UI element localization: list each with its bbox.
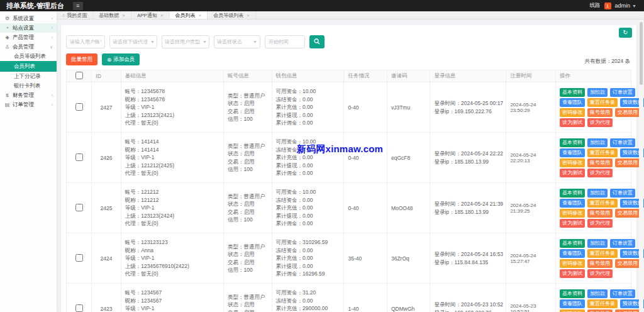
start-time-input[interactable] bbox=[265, 35, 305, 48]
select-all-checkbox[interactable] bbox=[75, 72, 83, 79]
account-search-input[interactable] bbox=[66, 35, 105, 48]
row-action-button-加扣款[interactable]: 加扣款 bbox=[587, 138, 608, 147]
row-action-button-密码修改[interactable]: 密码修改 bbox=[560, 209, 585, 218]
row-action-button-设为代理[interactable]: 设为代理 bbox=[587, 219, 613, 228]
row-action-button-设为测试[interactable]: 设为测试 bbox=[560, 269, 585, 278]
row-action-button-交易禁用[interactable]: 交易禁用 bbox=[615, 259, 640, 268]
row-action-button-设为代理[interactable]: 设为代理 bbox=[587, 118, 613, 127]
row-action-button-账号禁用[interactable]: 账号禁用 bbox=[587, 259, 613, 268]
cell-task-status: 1-40 bbox=[344, 284, 387, 312]
row-action-button-基本资料[interactable]: 基本资料 bbox=[560, 289, 585, 298]
row-action-button-查看团队[interactable]: 查看团队 bbox=[560, 249, 585, 258]
row-action-button-设为测试[interactable]: 设为测试 bbox=[560, 169, 585, 177]
row-action-button-账号禁用[interactable]: 账号禁用 bbox=[587, 309, 613, 312]
tab-APP通知[interactable]: APP通知× bbox=[131, 11, 170, 19]
row-action-button-基本资料[interactable]: 基本资料 bbox=[560, 138, 585, 147]
row-action-button-加扣款[interactable]: 加扣款 bbox=[587, 289, 608, 298]
row-action-button-基本资料[interactable]: 基本资料 bbox=[560, 189, 585, 198]
cell-line: 累计佣金：0.00 bbox=[276, 119, 340, 127]
cell-line: 登录时间：2024-05-24 22:22 bbox=[434, 150, 502, 158]
cell-line: 累计充值：0.00 bbox=[276, 254, 340, 262]
tab-close-icon[interactable]: × bbox=[122, 13, 125, 18]
row-checkbox[interactable] bbox=[75, 254, 83, 262]
status-filter-select[interactable]: 请选择状态 ▼ bbox=[214, 35, 260, 48]
row-action-button-查看团队[interactable]: 查看团队 bbox=[560, 299, 585, 308]
row-action-button-重置任务量[interactable]: 重置任务量 bbox=[587, 98, 618, 107]
row-action-button-密码修改[interactable]: 密码修改 bbox=[560, 108, 585, 117]
sidebar-item-系统设置[interactable]: ⚙系统设置‹ bbox=[0, 14, 57, 23]
row-checkbox[interactable] bbox=[75, 204, 83, 211]
row-action-button-订单设置[interactable]: 订单设置 bbox=[610, 88, 635, 97]
add-member-button[interactable]: ⊕ 添加会员 bbox=[102, 53, 140, 65]
row-checkbox[interactable] bbox=[75, 153, 83, 161]
cell-line: 类型：普通用户 bbox=[228, 192, 268, 201]
scrollbar[interactable] bbox=[639, 20, 643, 312]
tab-strip: ○我的桌面基础数据×APP通知×会员列表×会员等级列表× bbox=[57, 11, 644, 20]
tab-会员列表[interactable]: 会员列表× bbox=[170, 11, 208, 19]
sidebar-item-会员管理[interactable]: ♙会员管理∨ bbox=[0, 42, 57, 52]
tab-close-icon[interactable]: × bbox=[247, 13, 250, 18]
row-action-button-订单设置[interactable]: 订单设置 bbox=[610, 138, 635, 147]
row-action-button-重置任务量[interactable]: 重置任务量 bbox=[587, 249, 618, 258]
tab-close-icon[interactable]: × bbox=[160, 13, 164, 18]
tab-会员等级列表[interactable]: 会员等级列表× bbox=[208, 11, 256, 19]
batch-disable-button[interactable]: 批量禁用 bbox=[66, 53, 97, 65]
sidebar-subitem-银行卡列表[interactable]: 银行卡列表 bbox=[0, 81, 57, 91]
sidebar-subitem-会员列表[interactable]: 会员列表 bbox=[0, 61, 57, 72]
tab-close-icon[interactable]: × bbox=[199, 13, 202, 18]
user-menu[interactable]: admin ▼ bbox=[615, 3, 636, 9]
row-action-button-订单设置[interactable]: 订单设置 bbox=[610, 239, 635, 248]
sidebar-item-站点设置[interactable]: ◔站点设置‹ bbox=[0, 23, 57, 33]
sidebar-item-产品管理[interactable]: ◈产品管理‹ bbox=[0, 33, 57, 42]
row-action-button-查看团队[interactable]: 查看团队 bbox=[560, 98, 585, 107]
row-action-button-查看团队[interactable]: 查看团队 bbox=[560, 148, 585, 157]
row-action-button-账号禁用[interactable]: 账号禁用 bbox=[587, 209, 613, 218]
row-action-button-交易禁用[interactable]: 交易禁用 bbox=[615, 159, 640, 167]
row-action-button-基本资料[interactable]: 基本资料 bbox=[560, 88, 585, 97]
row-action-button-账号禁用[interactable]: 账号禁用 bbox=[587, 159, 613, 167]
line-count-badge[interactable]: 1 bbox=[604, 3, 611, 9]
action-button-row: 基本资料加扣款订单设置 bbox=[560, 138, 627, 147]
row-action-button-加扣款[interactable]: 加扣款 bbox=[587, 88, 608, 97]
tab-我的桌面[interactable]: ○我的桌面 bbox=[57, 11, 93, 19]
row-action-button-订单设置[interactable]: 订单设置 bbox=[610, 189, 635, 198]
row-action-button-重置任务量[interactable]: 重置任务量 bbox=[587, 199, 618, 208]
cell-invite-code: eqGcF8 bbox=[387, 133, 430, 183]
row-action-button-设为代理[interactable]: 设为代理 bbox=[587, 169, 613, 177]
cell-line: 等级：VIP-1 bbox=[125, 103, 219, 111]
user-type-filter-select[interactable]: 请选择用户类型 ▼ bbox=[162, 35, 209, 48]
row-action-button-设为测试[interactable]: 设为测试 bbox=[560, 118, 585, 127]
refresh-button[interactable]: ↻ bbox=[619, 28, 632, 38]
row-action-button-重置任务量[interactable]: 重置任务量 bbox=[587, 299, 618, 308]
row-checkbox[interactable] bbox=[75, 304, 83, 312]
scrollbar-thumb[interactable] bbox=[640, 22, 643, 85]
row-action-button-基本资料[interactable]: 基本资料 bbox=[560, 239, 585, 248]
row-action-button-设为代理[interactable]: 设为代理 bbox=[587, 269, 613, 278]
column-header-操作: 操作 bbox=[556, 70, 631, 82]
row-checkbox[interactable] bbox=[75, 103, 83, 111]
row-action-button-密码修改[interactable]: 密码修改 bbox=[560, 259, 585, 268]
row-action-button-加扣款[interactable]: 加扣款 bbox=[587, 239, 608, 248]
cell-line: 账号：1234567 bbox=[125, 289, 219, 297]
agent-filter-select[interactable]: 请选择下级代理 ▼ bbox=[109, 35, 157, 48]
row-action-button-重置任务量[interactable]: 重置任务量 bbox=[587, 148, 618, 157]
row-action-button-账号禁用[interactable]: 账号禁用 bbox=[587, 108, 613, 117]
row-action-button-订单设置[interactable]: 订单设置 bbox=[610, 289, 635, 298]
row-action-button-查看团队[interactable]: 查看团队 bbox=[560, 199, 585, 208]
row-action-button-加扣款[interactable]: 加扣款 bbox=[587, 189, 608, 198]
sidebar-item-订单管理[interactable]: ▤订单管理‹ bbox=[0, 100, 57, 109]
row-action-button-密码修改[interactable]: 密码修改 bbox=[560, 159, 585, 167]
sidebar-item-财务管理[interactable]: $财务管理‹ bbox=[0, 91, 57, 100]
row-action-button-交易禁用[interactable]: 交易禁用 bbox=[615, 309, 640, 312]
cell-register-time: 2024-05-24 23:50:29 bbox=[506, 82, 556, 133]
row-action-button-设为测试[interactable]: 设为测试 bbox=[560, 219, 585, 228]
hamburger-menu-icon[interactable]: ≡ bbox=[73, 2, 83, 10]
cell-invite-code: 36ZrOq bbox=[387, 233, 430, 284]
row-action-button-交易禁用[interactable]: 交易禁用 bbox=[615, 108, 640, 117]
row-action-button-密码修改[interactable]: 密码修改 bbox=[560, 309, 585, 312]
sidebar-subitem-上下分记录[interactable]: 上下分记录 bbox=[0, 72, 57, 81]
row-action-button-交易禁用[interactable]: 交易禁用 bbox=[615, 209, 640, 218]
sidebar-subitem-会员等级列表[interactable]: 会员等级列表 bbox=[0, 52, 57, 61]
tab-基础数据[interactable]: 基础数据× bbox=[93, 11, 131, 19]
search-button[interactable] bbox=[309, 35, 325, 48]
